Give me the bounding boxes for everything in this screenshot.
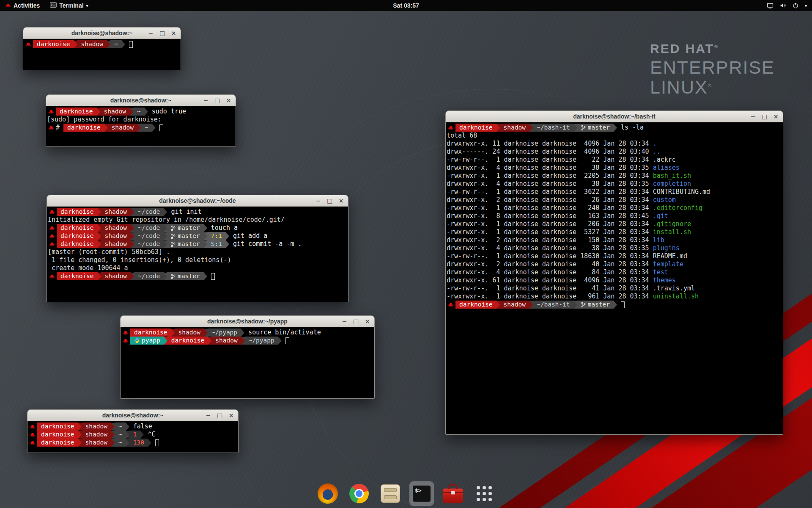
terminal-icon — [50, 2, 57, 9]
powerline-arrow — [208, 337, 211, 345]
close-button[interactable]: × — [338, 197, 344, 204]
terminal-body[interactable]: darknoiseshadow~/code git initInitialize… — [47, 207, 348, 302]
chevron-down-icon: ▾ — [86, 3, 88, 8]
file-name: install.sh — [653, 228, 691, 236]
prompt-segment-path: ~/code — [134, 240, 164, 248]
powerline-arrow — [204, 224, 207, 232]
minimize-button[interactable]: − — [315, 197, 321, 204]
terminal-window[interactable]: darknoise@shadow:~ − □ × darknoiseshadow… — [46, 94, 236, 147]
titlebar[interactable]: darknoise@shadow:~/code − □ × — [47, 195, 348, 207]
powerline-arrow — [104, 124, 108, 132]
redhat-icon — [47, 108, 56, 116]
powerline-arrow — [130, 108, 133, 116]
maximize-button[interactable]: □ — [217, 412, 223, 419]
powerline-arrow — [204, 240, 207, 248]
minimize-button[interactable]: − — [203, 97, 209, 104]
prompt-segment-host: shadow — [108, 124, 137, 132]
terminal-body[interactable]: darknoiseshadow~/bash-itmaster ls -latot… — [446, 122, 783, 434]
close-button[interactable]: × — [225, 97, 232, 104]
powerline-arrow — [78, 431, 82, 439]
titlebar[interactable]: darknoise@shadow:~ − □ × — [23, 28, 181, 39]
terminal-body[interactable]: darknoiseshadow~ — [23, 39, 181, 70]
chrome-icon — [349, 484, 369, 503]
prompt-segment-path: ~/pyapp — [208, 329, 241, 337]
command-text: sudo true — [148, 108, 186, 116]
terminal-window[interactable]: darknoise@shadow:~/pyapp − □ × darknoise… — [120, 315, 375, 399]
close-button[interactable]: × — [773, 113, 779, 120]
terminal-cursor — [285, 337, 289, 344]
prompt-segment-host: shadow — [82, 439, 111, 447]
terminal-line: darknoiseshadow~/codemaster — [48, 272, 347, 280]
app-menu[interactable]: Terminal ▾ — [45, 0, 93, 11]
prompt-segment-path: ~/pyapp — [245, 337, 278, 345]
activities-button[interactable]: Activities — [0, 0, 45, 11]
powerline-arrow — [614, 124, 617, 132]
powerline-arrow — [131, 224, 134, 232]
terminal-body[interactable]: darknoiseshadow~/pyapp source bin/activa… — [121, 327, 374, 398]
terminal-window[interactable]: darknoise@shadow:~ − □ × darknoiseshadow… — [23, 27, 181, 70]
powerline-arrow — [98, 273, 101, 280]
prompt-segment-user: darknoise — [57, 224, 98, 232]
maximize-button[interactable]: □ — [326, 197, 333, 204]
minimize-button[interactable]: − — [148, 30, 154, 36]
maximize-button[interactable]: □ — [761, 113, 768, 120]
terminal-line: pyappdarknoiseshadow~/pyapp — [121, 337, 373, 345]
file-name: template — [653, 260, 683, 268]
terminal-body[interactable]: darknoiseshadow~ sudo true[sudo] passwor… — [46, 106, 236, 146]
file-name: custom — [653, 196, 676, 204]
powerline-arrow — [131, 273, 134, 280]
titlebar[interactable]: darknoise@shadow:~/bash-it − □ × — [446, 111, 783, 122]
close-button[interactable]: × — [170, 30, 177, 36]
activities-label: Activities — [14, 2, 40, 9]
minimize-button[interactable]: − — [341, 318, 348, 325]
powerline-arrow — [97, 108, 100, 116]
branch-icon — [581, 302, 586, 308]
dock-item-show-applications[interactable] — [472, 481, 497, 506]
terminal-window[interactable]: darknoise@shadow:~/bash-it − □ × darknoi… — [445, 110, 783, 435]
maximize-button[interactable]: □ — [159, 30, 165, 36]
maximize-button[interactable]: □ — [353, 318, 359, 325]
powerline-arrow — [574, 301, 577, 309]
maximize-button[interactable]: □ — [214, 97, 220, 104]
terminal-window[interactable]: darknoise@shadow:~ − □ × darknoiseshadow… — [27, 409, 239, 453]
terminal-line: drwxrwxr-x. 11 darknoise darknoise 4096 … — [447, 140, 782, 148]
terminal-line: -rwxrwxr-x. 1 darknoise darknoise 961 Ja… — [447, 293, 782, 301]
terminal-line: drwxrwxr-x. 2 darknoise darknoise 40 Jan… — [447, 260, 782, 268]
prompt-segment-host: shadow — [100, 108, 130, 116]
terminal-line: darknoiseshadow~ false — [28, 422, 237, 431]
dock-item-files[interactable] — [378, 481, 403, 506]
redhat-icon — [48, 208, 57, 216]
window-title: darknoise@shadow:~ — [110, 97, 172, 104]
powerline-arrow — [241, 329, 244, 337]
titlebar[interactable]: darknoise@shadow:~/pyapp − □ × — [121, 316, 374, 327]
minimize-button[interactable]: − — [750, 113, 756, 120]
minimize-button[interactable]: − — [205, 412, 211, 419]
powerline-arrow — [126, 439, 129, 447]
prompt-segment-user: darknoise — [130, 329, 171, 337]
dock-item-firefox[interactable] — [315, 481, 340, 506]
powerline-arrow — [171, 329, 175, 337]
redhat-icon — [48, 240, 57, 248]
file-name: .travis.yml — [653, 284, 695, 292]
prompt-segment-path: ~ — [115, 422, 126, 431]
close-button[interactable]: × — [228, 412, 234, 419]
terminal-body[interactable]: darknoiseshadow~ falsedarknoiseshadow~1 … — [27, 421, 238, 453]
prompt-segment-exit: 130 — [129, 439, 148, 447]
prompt-segment-path: ~ — [115, 439, 126, 447]
dock-item-toolbox[interactable] — [441, 481, 465, 506]
dock-item-terminal[interactable]: $> — [409, 481, 434, 506]
system-status-area[interactable]: ▾ — [767, 0, 812, 11]
titlebar[interactable]: darknoise@shadow:~ − □ × — [27, 410, 238, 421]
terminal-window[interactable]: darknoise@shadow:~/code − □ × darknoises… — [47, 195, 348, 302]
terminal-cursor — [155, 439, 159, 446]
dock-item-chrome[interactable] — [347, 481, 371, 506]
clock[interactable]: Sat 03:57 — [393, 0, 419, 11]
command-text: git add a — [229, 232, 267, 240]
window-title: darknoise@shadow:~/pyapp — [207, 318, 288, 325]
window-title: darknoise@shadow:~/bash-it — [573, 113, 656, 120]
close-button[interactable]: × — [364, 318, 370, 325]
powerline-arrow — [278, 337, 282, 345]
titlebar[interactable]: darknoise@shadow:~ − □ × — [46, 95, 236, 106]
powerline-arrow — [107, 41, 110, 48]
terminal-line: -rw-rw-r--. 1 darknoise darknoise 18630 … — [447, 252, 782, 260]
